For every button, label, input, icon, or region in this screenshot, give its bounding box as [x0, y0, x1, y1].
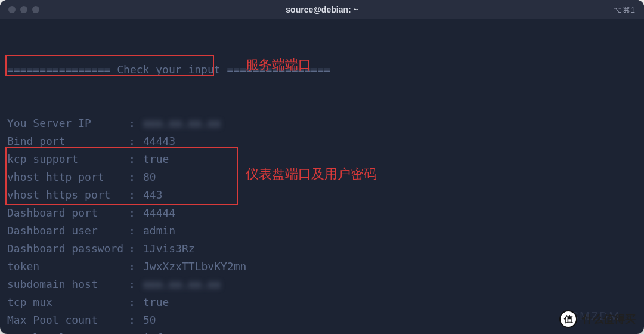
- config-row: vhost https port:443: [7, 186, 637, 204]
- config-label: token: [7, 258, 129, 276]
- config-value: true: [143, 293, 169, 311]
- config-label: Max Pool count: [7, 311, 129, 329]
- watermark-badge-icon: 值: [559, 310, 577, 328]
- colon: :: [129, 293, 143, 311]
- titlebar: source@debian: ~ ⌥⌘1: [0, 0, 644, 19]
- config-row: Max Pool count:50: [7, 311, 637, 329]
- colon: :: [129, 240, 143, 258]
- watermark-text: 什么值得买: [582, 312, 636, 326]
- config-value: info: [143, 329, 169, 334]
- colon: :: [129, 222, 143, 240]
- config-label: Bind port: [7, 132, 129, 150]
- config-row: Dashboard password:1Jvis3Rz: [7, 240, 637, 258]
- config-value: xxx.xx.xx.xx: [143, 115, 221, 132]
- colon: :: [129, 276, 143, 293]
- config-label: Log level: [7, 329, 129, 334]
- config-value: 44444: [143, 204, 175, 222]
- annotation-dashboard: 仪表盘端口及用户密码: [246, 165, 377, 183]
- config-row: Bind port:44443: [7, 132, 637, 150]
- config-row: Dashboard port:44444: [7, 204, 637, 222]
- terminal-window: source@debian: ~ ⌥⌘1 ================ Ch…: [0, 0, 644, 334]
- colon: :: [129, 115, 143, 132]
- config-row: tcp_mux:true: [7, 293, 637, 311]
- config-label: Dashboard user: [7, 222, 129, 240]
- config-label: vhost http port: [7, 168, 129, 186]
- config-value: 80: [143, 168, 156, 186]
- config-value: xxx.xx.xx.xx: [143, 276, 221, 293]
- config-label: Dashboard password: [7, 240, 129, 258]
- config-row: Dashboard user:admin: [7, 222, 637, 240]
- config-value: JwxXzxTTLbvKY2mn: [143, 258, 246, 276]
- config-row: Log level:info: [7, 329, 637, 334]
- config-label: subdomain_host: [7, 276, 129, 293]
- colon: :: [129, 204, 143, 222]
- colon: :: [129, 150, 143, 168]
- config-label: Dashboard port: [7, 204, 129, 222]
- config-row: You Server IP:xxx.xx.xx.xx: [7, 115, 637, 132]
- config-value: 44443: [143, 132, 175, 150]
- config-row: token:JwxXzxTTLbvKY2mn: [7, 258, 637, 276]
- config-row: subdomain_host:xxx.xx.xx.xx: [7, 276, 637, 293]
- config-value: true: [143, 150, 169, 168]
- colon: :: [129, 311, 143, 329]
- config-label: You Server IP: [7, 115, 129, 132]
- header-line: ================ Check your input ======…: [7, 61, 637, 79]
- config-value: admin: [143, 222, 175, 240]
- colon: :: [129, 258, 143, 276]
- terminal-output[interactable]: ================ Check your input ======…: [0, 19, 644, 334]
- watermark: 值 什么值得买: [559, 310, 636, 328]
- config-value: 1Jvis3Rz: [143, 240, 195, 258]
- config-value: 50: [143, 311, 156, 329]
- colon: :: [129, 186, 143, 204]
- colon: :: [129, 132, 143, 150]
- config-label: kcp support: [7, 150, 129, 168]
- config-label: tcp_mux: [7, 293, 129, 311]
- annotation-bind-port: 服务端端口: [246, 56, 311, 74]
- config-value: 443: [143, 186, 163, 204]
- config-label: vhost https port: [7, 186, 129, 204]
- window-title: source@debian: ~: [0, 5, 644, 14]
- colon: :: [129, 168, 143, 186]
- colon: :: [129, 329, 143, 334]
